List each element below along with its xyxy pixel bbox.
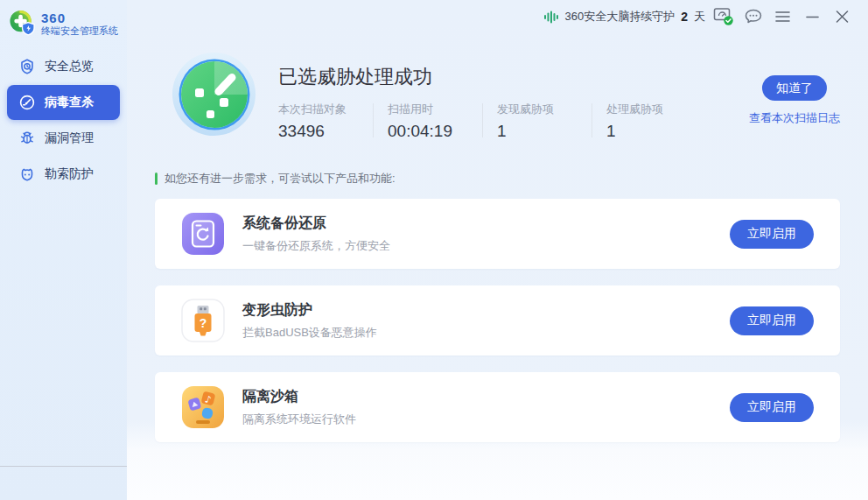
card-text: 隔离沙箱 隔离系统环境运行软件	[242, 388, 356, 427]
app-logo: 360 终端安全管理系统	[0, 7, 127, 44]
brand-subtitle: 终端安全管理系统	[41, 25, 118, 36]
hamburger-menu-icon	[775, 11, 790, 23]
card-description: 一键备份还原系统，方便安全	[242, 238, 390, 254]
feedback-button[interactable]	[742, 5, 765, 28]
enable-sandbox-button[interactable]: 立即启用	[730, 393, 814, 422]
sandbox-icon: ♪	[181, 385, 225, 429]
card-title: 变形虫防护	[242, 301, 377, 320]
card-system-backup: 系统备份还原 一键备份还原系统，方便安全 立即启用	[155, 199, 840, 269]
sidebar: 360 终端安全管理系统 安全总览	[0, 0, 127, 500]
close-button[interactable]	[830, 5, 854, 28]
card-description: 拦截BadUSB设备恶意操作	[242, 325, 377, 341]
shield-overview-icon	[18, 58, 36, 75]
enable-badusb-protect-button[interactable]: 立即启用	[730, 306, 814, 335]
brand-name: 360	[41, 11, 118, 26]
tip-accent-bar	[155, 173, 158, 185]
guard-days: 2	[681, 10, 688, 24]
stat-threats-found: 发现威胁项 1	[497, 102, 578, 141]
svg-text:?: ?	[200, 316, 207, 330]
scan-result-actions: 知道了 查看本次扫描日志	[749, 53, 840, 126]
brain-waveform-icon	[543, 10, 559, 25]
guard-unit: 天	[694, 9, 705, 25]
card-badusb-protect: ? 变形虫防护 拦截BadUSB设备恶意操作 立即启用	[155, 285, 840, 356]
scan-result-info: 已选威胁处理成功 本次扫描对象 33496 扫描用时 00:04:19 发现威胁…	[278, 53, 687, 141]
sidebar-item-label: 勒索防护	[45, 166, 94, 182]
brand-360-icon	[9, 9, 36, 39]
stat-divider	[482, 103, 483, 137]
stat-scanned-objects: 本次扫描对象 33496	[278, 102, 359, 141]
titlebar: 360安全大脑持续守护 2 天	[127, 0, 868, 33]
security-brain-status: 360安全大脑持续守护 2 天	[543, 9, 706, 25]
stat-scan-duration: 扫描用时 00:04:19	[388, 102, 468, 141]
scan-result-title: 已选威胁处理成功	[278, 64, 687, 90]
sidebar-item-vulnerability[interactable]: 漏洞管理	[7, 121, 120, 156]
acknowledge-button[interactable]: 知道了	[762, 75, 827, 101]
card-text: 变形虫防护 拦截BadUSB设备恶意操作	[242, 301, 377, 341]
minimize-button[interactable]	[800, 5, 824, 28]
stat-threats-handled: 处理威胁项 1	[606, 102, 687, 141]
scan-success-icon	[172, 53, 256, 136]
chat-bubble-icon	[744, 8, 763, 25]
bug-icon	[18, 130, 36, 147]
monitor-check-icon	[713, 7, 734, 26]
sidebar-bottom-divider	[0, 466, 127, 467]
tip-text: 如您还有进一步需求，可尝试以下产品和功能:	[164, 171, 396, 187]
view-scan-log-link[interactable]: 查看本次扫描日志	[749, 110, 840, 126]
scan-stats: 本次扫描对象 33496 扫描用时 00:04:19 发现威胁项 1	[278, 102, 687, 141]
suggestions-tip: 如您还有进一步需求，可尝试以下产品和功能:	[155, 171, 840, 187]
sidebar-nav: 安全总览 病毒查杀 漏洞管理	[0, 49, 127, 192]
main-area: 360安全大脑持续守护 2 天	[127, 0, 868, 500]
card-text: 系统备份还原 一键备份还原系统，方便安全	[242, 215, 390, 254]
close-icon	[836, 11, 849, 23]
card-description: 隔离系统环境运行软件	[242, 412, 356, 427]
card-sandbox: ♪ 隔离沙箱 隔离系统环境运行软件 立即启用	[155, 372, 840, 442]
sidebar-item-virus-scan[interactable]: 病毒查杀	[7, 85, 120, 120]
sidebar-item-label: 漏洞管理	[45, 130, 94, 146]
enable-system-backup-button[interactable]: 立即启用	[730, 220, 814, 249]
brand-text: 360 终端安全管理系统	[41, 11, 118, 37]
card-title: 隔离沙箱	[242, 388, 356, 406]
guard-text: 360安全大脑持续守护	[565, 9, 676, 25]
badusb-protect-icon: ?	[181, 299, 225, 342]
system-backup-icon	[181, 212, 225, 256]
sidebar-item-label: 病毒查杀	[45, 95, 94, 110]
device-status-button[interactable]	[712, 5, 735, 28]
sidebar-item-security-overview[interactable]: 安全总览	[7, 49, 120, 84]
sidebar-item-ransomware[interactable]: 勒索防护	[7, 157, 120, 192]
card-title: 系统备份还原	[242, 215, 390, 233]
stat-divider	[373, 103, 374, 137]
virus-scan-gauge-icon	[18, 94, 36, 111]
minimize-icon	[806, 11, 819, 23]
app-window: 360 终端安全管理系统 安全总览	[0, 0, 868, 500]
ransom-devil-icon	[18, 165, 36, 183]
main-menu-button[interactable]	[770, 5, 794, 28]
scan-result-banner: 已选威胁处理成功 本次扫描对象 33496 扫描用时 00:04:19 发现威胁…	[127, 33, 868, 141]
feature-card-list: 系统备份还原 一键备份还原系统，方便安全 立即启用 ? 变形虫防护 拦	[155, 199, 840, 442]
sidebar-item-label: 安全总览	[45, 59, 94, 74]
stat-divider	[592, 103, 592, 137]
